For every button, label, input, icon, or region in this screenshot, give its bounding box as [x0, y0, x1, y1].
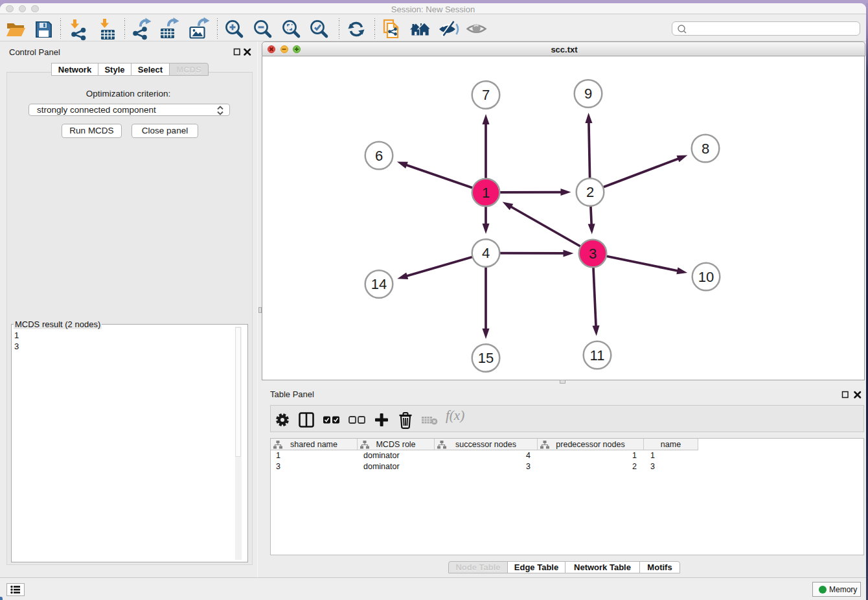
svg-text:2: 2	[586, 184, 594, 200]
svg-text:9: 9	[584, 86, 592, 102]
svg-text:6: 6	[375, 148, 383, 164]
svg-text:8: 8	[702, 141, 709, 157]
svg-text:4: 4	[482, 245, 490, 261]
svg-text:11: 11	[590, 347, 605, 363]
svg-text:10: 10	[698, 269, 714, 285]
svg-text:1: 1	[482, 185, 490, 201]
svg-text:15: 15	[478, 350, 494, 366]
svg-text:7: 7	[482, 87, 490, 103]
svg-text:14: 14	[371, 276, 387, 292]
svg-text:3: 3	[589, 246, 597, 262]
